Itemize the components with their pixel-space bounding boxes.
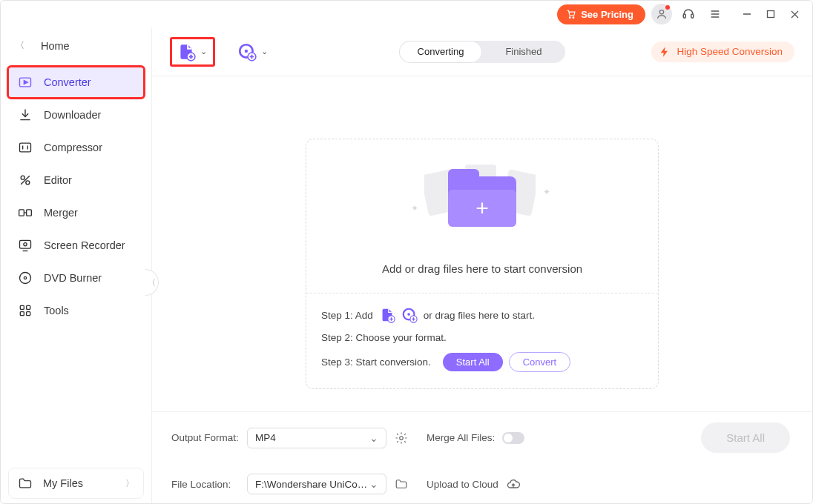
high-speed-conversion-button[interactable]: High Speed Conversion bbox=[651, 42, 794, 62]
sidebar-item-label: Compressor bbox=[44, 142, 102, 153]
svg-rect-21 bbox=[20, 240, 31, 248]
screen-recorder-icon bbox=[17, 237, 33, 253]
add-file-button[interactable]: ⌄ bbox=[170, 37, 215, 67]
add-disc-icon bbox=[237, 42, 257, 62]
output-format-select[interactable]: MP4 ⌄ bbox=[247, 428, 386, 448]
file-location-label: File Location: bbox=[171, 479, 240, 490]
maximize-button[interactable] bbox=[762, 5, 780, 23]
sidebar-item-merger[interactable]: Merger bbox=[8, 197, 144, 228]
svg-line-17 bbox=[21, 176, 30, 185]
svg-rect-18 bbox=[19, 210, 24, 216]
sidebar-item-screen-recorder[interactable]: Screen Recorder bbox=[8, 230, 144, 261]
sidebar: 〈 Home Converter Downloader Compressor E… bbox=[1, 27, 152, 504]
svg-rect-29 bbox=[27, 312, 30, 316]
close-button[interactable] bbox=[786, 5, 803, 23]
chevron-left-icon: 〈 bbox=[16, 39, 24, 52]
content-area: ✦ ✦ + Add or drag files here to start co… bbox=[152, 76, 812, 411]
my-files-label: My Files bbox=[43, 477, 83, 489]
upload-cloud-field: Upload to Cloud bbox=[427, 477, 521, 491]
main-panel: ⌄ ⌄ Converting Finished High Speed Conve… bbox=[152, 27, 812, 504]
upload-cloud-label: Upload to Cloud bbox=[427, 479, 498, 490]
editor-icon bbox=[17, 172, 33, 188]
chevron-right-icon: 〉 bbox=[125, 477, 134, 490]
step-1: Step 1: Add or drag files here to start. bbox=[321, 307, 643, 323]
conversion-tabs: Converting Finished bbox=[399, 41, 565, 63]
file-location-value: F:\Wondershare UniConverter 1 bbox=[255, 479, 369, 490]
sidebar-item-compressor[interactable]: Compressor bbox=[8, 132, 144, 163]
sidebar-item-label: Downloader bbox=[44, 109, 101, 121]
step-3: Step 3: Start conversion. Start All Conv… bbox=[321, 352, 643, 372]
account-icon[interactable] bbox=[651, 4, 672, 24]
file-location-select[interactable]: F:\Wondershare UniConverter 1 ⌄ bbox=[247, 474, 386, 494]
output-format-value: MP4 bbox=[255, 432, 276, 443]
compressor-icon bbox=[17, 139, 33, 156]
sidebar-item-editor[interactable]: Editor bbox=[8, 165, 144, 196]
settings-gear-icon[interactable] bbox=[394, 431, 409, 445]
merge-field: Merge All Files: bbox=[427, 432, 524, 444]
chevron-down-icon: ⌄ bbox=[369, 432, 378, 444]
cart-icon bbox=[566, 9, 576, 19]
svg-rect-4 bbox=[691, 14, 694, 18]
svg-rect-27 bbox=[27, 305, 30, 309]
svg-point-49 bbox=[400, 436, 404, 440]
titlebar: See Pricing bbox=[1, 1, 812, 27]
my-files-button[interactable]: My Files 〉 bbox=[8, 468, 144, 499]
cloud-icon[interactable] bbox=[506, 477, 521, 491]
home-label: Home bbox=[41, 40, 70, 52]
convert-pill[interactable]: Convert bbox=[509, 352, 571, 372]
chevron-down-icon: ⌄ bbox=[200, 47, 207, 56]
start-all-button[interactable]: Start All bbox=[701, 422, 790, 453]
see-pricing-button[interactable]: See Pricing bbox=[557, 4, 645, 24]
svg-rect-14 bbox=[20, 143, 31, 152]
sidebar-item-downloader[interactable]: Downloader bbox=[8, 99, 144, 130]
menu-icon[interactable] bbox=[705, 4, 725, 24]
downloader-icon bbox=[17, 107, 33, 123]
svg-point-22 bbox=[24, 243, 27, 246]
chevron-down-icon: ⌄ bbox=[369, 478, 378, 490]
step-1-suffix: or drag files here to start. bbox=[424, 310, 535, 321]
sidebar-item-label: Converter bbox=[44, 76, 91, 88]
support-icon[interactable] bbox=[678, 4, 699, 24]
dvd-burner-icon bbox=[17, 270, 33, 286]
svg-point-25 bbox=[24, 276, 26, 279]
tab-finished[interactable]: Finished bbox=[482, 41, 565, 63]
step-1-prefix: Step 1: Add bbox=[321, 310, 373, 321]
sidebar-item-label: Editor bbox=[44, 174, 72, 186]
sidebar-item-converter[interactable]: Converter bbox=[8, 67, 144, 98]
sidebar-item-tools[interactable]: Tools bbox=[8, 295, 144, 326]
add-disc-button[interactable]: ⌄ bbox=[233, 39, 272, 64]
output-format-label: Output Format: bbox=[171, 432, 240, 443]
folder-illustration: ✦ ✦ + bbox=[415, 157, 549, 246]
minimize-button[interactable] bbox=[738, 5, 756, 23]
svg-point-16 bbox=[26, 181, 30, 185]
add-disc-icon bbox=[401, 307, 418, 323]
drop-zone-top: ✦ ✦ + Add or drag files here to start co… bbox=[306, 139, 658, 293]
footer: Output Format: MP4 ⌄ Merge All Files: St… bbox=[152, 411, 812, 504]
add-file-icon bbox=[177, 42, 196, 62]
start-all-pill[interactable]: Start All bbox=[443, 353, 503, 371]
drop-zone-text: Add or drag files here to start conversi… bbox=[382, 262, 582, 275]
chevron-down-icon: ⌄ bbox=[261, 47, 268, 56]
svg-point-45 bbox=[407, 313, 410, 316]
drop-zone[interactable]: ✦ ✦ + Add or drag files here to start co… bbox=[306, 139, 659, 389]
home-nav[interactable]: 〈 Home bbox=[8, 33, 144, 58]
svg-rect-26 bbox=[20, 305, 24, 309]
svg-point-1 bbox=[573, 17, 574, 19]
file-location-field: File Location: F:\Wondershare UniConvert… bbox=[171, 474, 409, 494]
sidebar-item-label: Tools bbox=[44, 305, 69, 316]
svg-rect-9 bbox=[768, 11, 774, 18]
merge-label: Merge All Files: bbox=[427, 432, 495, 443]
bolt-icon bbox=[659, 46, 671, 58]
tab-converting[interactable]: Converting bbox=[399, 41, 482, 63]
steps-panel: Step 1: Add or drag files here to start.… bbox=[306, 293, 658, 388]
svg-point-24 bbox=[20, 273, 31, 284]
sidebar-item-label: Screen Recorder bbox=[44, 239, 125, 251]
merger-icon bbox=[17, 205, 33, 221]
add-file-icon bbox=[379, 307, 395, 323]
see-pricing-label: See Pricing bbox=[581, 9, 633, 20]
folder-icon bbox=[18, 476, 33, 491]
sidebar-item-dvd-burner[interactable]: DVD Burner bbox=[8, 262, 144, 294]
open-folder-icon[interactable] bbox=[394, 477, 409, 491]
svg-rect-3 bbox=[683, 14, 685, 18]
merge-toggle[interactable] bbox=[502, 432, 524, 444]
